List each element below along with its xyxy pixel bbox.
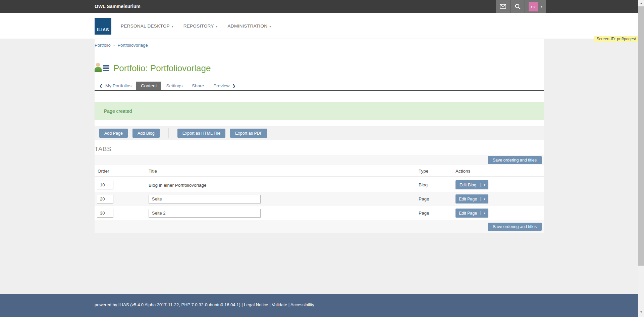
edit-page-dropdown-button[interactable]: Edit Page▾ xyxy=(455,194,488,203)
topbar-actions: ez ▾ xyxy=(496,0,546,13)
ilias-logo-label: ILIAS xyxy=(97,27,109,32)
page: OWL Sammelsurium ez xyxy=(0,0,644,317)
type-text: Page xyxy=(419,196,455,201)
tab-forward-preview[interactable]: Preview ❯ xyxy=(209,82,240,90)
breadcrumb-separator: » xyxy=(111,43,118,48)
order-input[interactable] xyxy=(97,209,113,218)
tab-bar: ❮ My Portfolios ContentSettingsShare Pre… xyxy=(95,82,544,91)
title-input[interactable] xyxy=(149,209,261,218)
order-input[interactable] xyxy=(97,195,113,203)
type-text: Blog xyxy=(419,182,455,187)
table-command-row-bottom: Save ordering and titles xyxy=(95,220,544,233)
success-message: Page created xyxy=(95,102,544,120)
save-ordering-button-top[interactable]: Save ordering and titles xyxy=(488,156,542,164)
powered-by-ilias-link[interactable]: powered by ILIAS xyxy=(95,302,129,307)
caret-down-icon: ▾ xyxy=(480,211,488,215)
scroll-down-icon[interactable]: ▼ xyxy=(638,309,644,315)
footer: powered by ILIAS (v5.4.0 Alpha 2017-11-2… xyxy=(0,294,638,317)
tab-share[interactable]: Share xyxy=(187,82,209,90)
table-row: PageEdit Page▾ xyxy=(95,206,544,220)
mail-button[interactable] xyxy=(496,0,510,13)
footer-version: (v5.4.0 Alpha 2017-11-22, PHP 7.0.32-0ub… xyxy=(130,302,244,307)
table-row: Blog in einer PortfoliovorlageBlogEdit B… xyxy=(95,178,544,192)
user-avatar: ez xyxy=(529,2,538,11)
legal-notice-link[interactable]: Legal Notice xyxy=(244,302,268,307)
column-header-title: Title xyxy=(149,169,419,174)
validate-link[interactable]: Validate xyxy=(272,302,287,307)
content-column: Portfolio»Portfoliovorlage Portfolio: Po… xyxy=(95,39,544,232)
save-ordering-button-bottom[interactable]: Save ordering and titles xyxy=(488,223,542,231)
caret-down-icon: ▾ xyxy=(541,5,542,8)
column-header-actions: Actions xyxy=(455,169,544,174)
breadcrumb-link-portfoliovorlage[interactable]: Portfoliovorlage xyxy=(117,43,148,48)
nav-item-personal-desktop[interactable]: PERSONAL DESKTOP▾ xyxy=(121,24,173,29)
toolbar-separator xyxy=(168,128,169,138)
chevron-left-icon: ❮ xyxy=(99,84,103,88)
tab-settings[interactable]: Settings xyxy=(161,82,187,90)
table-command-row-top: Save ordering and titles xyxy=(95,155,544,165)
search-icon xyxy=(515,3,521,9)
nav-item-repository[interactable]: REPOSITORY▾ xyxy=(183,24,218,29)
table-body: Blog in einer PortfoliovorlageBlogEdit B… xyxy=(95,178,544,220)
column-header-order: Order xyxy=(95,169,149,174)
scroll-up-icon[interactable]: ▲ xyxy=(638,0,644,6)
page-title-row: Portfolio: Portfoliovorlage xyxy=(95,62,211,74)
nav-item-administration[interactable]: ADMINISTRATION▾ xyxy=(228,24,271,29)
ilias-logo[interactable]: ILIAS xyxy=(95,18,111,35)
screen-id-badge: Screen-ID: prtf/pages/ xyxy=(594,36,638,42)
caret-down-icon: ▾ xyxy=(216,25,218,28)
vertical-scrollbar[interactable]: ▲ ▼ xyxy=(638,0,644,317)
chevron-right-icon: ❯ xyxy=(232,84,235,88)
caret-down-icon: ▾ xyxy=(269,25,271,28)
client-title: OWL Sammelsurium xyxy=(95,0,141,13)
breadcrumb: Portfolio»Portfoliovorlage xyxy=(95,43,148,48)
portfolio-icon xyxy=(95,62,109,74)
table-row: PageEdit Page▾ xyxy=(95,192,544,206)
export-as-pdf-button[interactable]: Export as PDF xyxy=(230,129,267,138)
order-input[interactable] xyxy=(97,181,113,189)
type-text: Page xyxy=(419,211,455,216)
export-as-html-file-button[interactable]: Export as HTML File xyxy=(177,129,225,138)
caret-down-icon: ▾ xyxy=(172,25,173,28)
add-page-button[interactable]: Add Page xyxy=(99,129,128,138)
table-header: Order Title Type Actions xyxy=(95,165,544,177)
table-section-title: TABS xyxy=(95,145,111,153)
title-input[interactable] xyxy=(149,195,261,203)
user-menu-button[interactable]: ez ▾ xyxy=(525,0,546,13)
edit-page-dropdown-button[interactable]: Edit Page▾ xyxy=(455,209,488,218)
title-text: Blog in einer Portfoliovorlage xyxy=(149,183,207,188)
toolbar: Add PageAdd BlogExport as HTML FileExpor… xyxy=(95,126,544,140)
mail-icon xyxy=(500,4,506,9)
tab-content[interactable]: Content xyxy=(136,82,161,90)
add-blog-button[interactable]: Add Blog xyxy=(132,129,160,138)
tab-items: ContentSettingsShare xyxy=(136,82,209,90)
footer-text: powered by ILIAS (v5.4.0 Alpha 2017-11-2… xyxy=(95,302,314,307)
caret-down-icon: ▾ xyxy=(480,183,488,187)
tab-back-my-portfolios[interactable]: ❮ My Portfolios xyxy=(95,82,136,90)
main-nav: PERSONAL DESKTOP▾REPOSITORY▾ADMINISTRATI… xyxy=(121,13,271,39)
edit-blog-dropdown-button[interactable]: Edit Blog▾ xyxy=(455,180,488,189)
caret-down-icon: ▾ xyxy=(480,197,488,201)
top-bar: OWL Sammelsurium ez xyxy=(0,0,638,13)
search-button[interactable] xyxy=(510,0,525,13)
breadcrumb-link-portfolio[interactable]: Portfolio xyxy=(95,43,111,48)
footer-links: Legal Notice | Validate | Accessibility xyxy=(244,302,314,307)
success-message-text: Page created xyxy=(104,108,132,114)
scrollbar-thumb[interactable] xyxy=(638,6,644,266)
header: ILIAS PERSONAL DESKTOP▾REPOSITORY▾ADMINI… xyxy=(0,13,638,39)
column-header-type: Type xyxy=(419,169,455,174)
page-title: Portfolio: Portfoliovorlage xyxy=(113,63,211,74)
accessibility-link[interactable]: Accessibility xyxy=(290,302,314,307)
